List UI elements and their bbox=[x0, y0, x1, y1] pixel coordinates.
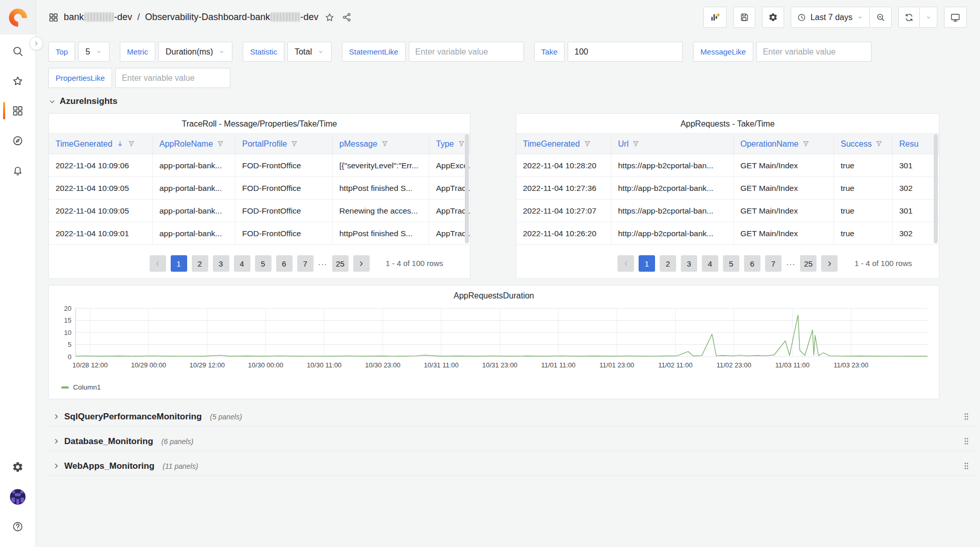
page-button-7[interactable]: 7 bbox=[297, 255, 314, 272]
page-button-4[interactable]: 4 bbox=[234, 255, 250, 272]
legend-label[interactable]: Column1 bbox=[73, 383, 101, 391]
table-row[interactable]: 2022-11-04 10:09:05app-portal-bank...FOD… bbox=[49, 200, 470, 222]
variable-select-metric[interactable]: Duration(ms) bbox=[158, 42, 232, 62]
refresh-interval-dropdown[interactable] bbox=[920, 7, 937, 28]
drag-handle-icon[interactable] bbox=[962, 437, 971, 446]
column-header-resu[interactable]: Resu bbox=[893, 134, 939, 154]
svg-text:10: 10 bbox=[64, 329, 71, 337]
filter-icon[interactable] bbox=[458, 140, 465, 148]
table-row[interactable]: 2022-11-04 10:26:20http://app-b2cportal-… bbox=[516, 222, 939, 245]
page-button-7[interactable]: 7 bbox=[765, 255, 782, 272]
table-row[interactable]: 2022-11-04 10:09:01app-portal-bank...FOD… bbox=[49, 222, 470, 245]
share-dashboard-button[interactable] bbox=[341, 11, 353, 23]
dashboard-row-sqlqueryperformancemonitoring[interactable]: SqlQueryPerformanceMonitoring(5 panels) bbox=[48, 407, 977, 427]
column-header-timegenerated[interactable]: TimeGenerated bbox=[49, 134, 153, 154]
filter-icon[interactable] bbox=[291, 140, 298, 148]
page-button-1[interactable]: 1 bbox=[639, 255, 655, 272]
column-header-operationname[interactable]: OperationName bbox=[734, 134, 834, 154]
section-azureinsights[interactable]: AzureInsights bbox=[48, 96, 977, 107]
page-button-4[interactable]: 4 bbox=[702, 255, 718, 272]
sidebar-item-explore[interactable] bbox=[0, 128, 36, 153]
topbar-actions: Last 7 days bbox=[703, 7, 967, 28]
previous-page-button[interactable] bbox=[150, 255, 166, 272]
add-panel-button[interactable] bbox=[703, 7, 727, 28]
page-button-25[interactable]: 25 bbox=[332, 255, 349, 272]
star-dashboard-button[interactable] bbox=[323, 11, 336, 24]
table-scrollbar[interactable] bbox=[465, 134, 469, 243]
panel-title[interactable]: AppRequestsDuration bbox=[49, 286, 939, 305]
column-header-type[interactable]: Type bbox=[429, 134, 470, 154]
dashboard-row-webapps_monitoring[interactable]: WebApps_Monitoring(11 panels) bbox=[48, 456, 977, 476]
dashboard-settings-button[interactable] bbox=[762, 7, 784, 28]
filter-icon[interactable] bbox=[632, 140, 640, 148]
page-button-3[interactable]: 3 bbox=[681, 255, 697, 272]
filter-icon[interactable] bbox=[802, 140, 810, 148]
sidebar-item-help[interactable] bbox=[0, 514, 36, 539]
time-range-picker[interactable]: Last 7 days bbox=[791, 7, 870, 28]
column-header-url[interactable]: Url bbox=[611, 134, 734, 154]
drag-handle-icon[interactable] bbox=[962, 412, 971, 421]
page-button-6[interactable]: 6 bbox=[744, 255, 760, 272]
page-button-25[interactable]: 25 bbox=[800, 255, 816, 272]
save-dashboard-button[interactable] bbox=[733, 7, 755, 28]
sidebar-expand-button[interactable] bbox=[29, 37, 43, 50]
sidebar-item-alerting[interactable] bbox=[0, 158, 36, 183]
page-button-1[interactable]: 1 bbox=[171, 255, 187, 272]
user-avatar[interactable] bbox=[0, 484, 36, 509]
panel-title[interactable]: AppRequests - Take/Time bbox=[516, 114, 939, 133]
page-button-2[interactable]: 2 bbox=[660, 255, 676, 272]
panel-title[interactable]: TraceRoll - Message/Properties/Take/Time bbox=[49, 114, 470, 133]
column-header-success[interactable]: Success bbox=[834, 134, 893, 154]
next-page-button[interactable] bbox=[821, 255, 838, 272]
grafana-logo[interactable] bbox=[0, 0, 35, 34]
page-button-3[interactable]: 3 bbox=[213, 255, 229, 272]
sidebar-item-starred[interactable] bbox=[0, 68, 36, 93]
refresh-button[interactable] bbox=[898, 7, 920, 28]
variable-input-statementlike[interactable] bbox=[409, 42, 524, 62]
column-header-timegenerated[interactable]: TimeGenerated bbox=[516, 134, 611, 154]
drag-handle-icon[interactable] bbox=[962, 462, 971, 470]
breadcrumb-folder[interactable]: bank-dev bbox=[64, 12, 132, 23]
table-row[interactable]: 2022-11-04 10:09:06app-portal-bank...FOD… bbox=[49, 154, 470, 177]
column-header-pmessage[interactable]: pMessage bbox=[333, 134, 429, 154]
next-page-button[interactable] bbox=[353, 255, 370, 272]
table-scrollbar[interactable] bbox=[934, 134, 938, 243]
filter-icon[interactable] bbox=[381, 140, 389, 148]
table-cell: 2022-11-04 10:09:06 bbox=[49, 154, 153, 177]
column-header-portalprofile[interactable]: PortalProfile bbox=[235, 134, 333, 154]
column-header-approlename[interactable]: AppRoleName bbox=[153, 134, 235, 154]
variable-select-statistic[interactable]: Total bbox=[287, 42, 332, 62]
cycle-view-mode-button[interactable] bbox=[944, 7, 967, 28]
page-button-5[interactable]: 5 bbox=[255, 255, 271, 272]
page-button-6[interactable]: 6 bbox=[276, 255, 293, 272]
help-icon bbox=[12, 521, 24, 533]
zoom-out-time-button[interactable] bbox=[870, 7, 892, 28]
variable-input-take[interactable] bbox=[568, 42, 683, 62]
table-cell: http://app-b2cportal-bank... bbox=[611, 222, 734, 244]
chart-svg[interactable]: 0510152010/28 12:0010/29 00:0010/29 12:0… bbox=[56, 305, 933, 380]
page-button-5[interactable]: 5 bbox=[723, 255, 739, 272]
table-cell: 2022-11-04 10:09:05 bbox=[49, 200, 153, 222]
sidebar-item-configuration[interactable] bbox=[0, 454, 36, 479]
filter-icon[interactable] bbox=[875, 140, 883, 148]
variable-input-messagelike[interactable] bbox=[756, 42, 872, 62]
selected-value: Total bbox=[295, 47, 312, 57]
column-label: PortalProfile bbox=[242, 139, 287, 149]
filter-icon[interactable] bbox=[128, 140, 135, 148]
table-row[interactable]: 2022-11-04 10:27:07https://app-b2cportal… bbox=[516, 200, 939, 222]
table-cell: 2022-11-04 10:26:20 bbox=[516, 222, 611, 244]
variable-select-top[interactable]: 5 bbox=[78, 42, 110, 62]
filter-icon[interactable] bbox=[584, 140, 591, 148]
table-row[interactable]: 2022-11-04 10:28:20https://app-b2cportal… bbox=[516, 154, 939, 177]
breadcrumb-dashboard[interactable]: Observability-Dashboard-bank-dev bbox=[145, 12, 318, 23]
table-row[interactable]: 2022-11-04 10:27:36http://app-b2cportal-… bbox=[516, 177, 939, 200]
sidebar-item-dashboards[interactable] bbox=[0, 98, 36, 123]
dashboard-row-database_monitoring[interactable]: Database_Monitoring(6 panels) bbox=[48, 432, 977, 451]
table-row[interactable]: 2022-11-04 10:09:05app-portal-bank...FOD… bbox=[49, 177, 470, 200]
row-title: Database_Monitoring bbox=[64, 436, 153, 447]
variable-input-propertieslike[interactable] bbox=[115, 68, 230, 88]
filter-icon[interactable] bbox=[216, 140, 224, 148]
chevron-down-icon bbox=[48, 98, 56, 105]
previous-page-button[interactable] bbox=[618, 255, 634, 272]
page-button-2[interactable]: 2 bbox=[192, 255, 208, 272]
